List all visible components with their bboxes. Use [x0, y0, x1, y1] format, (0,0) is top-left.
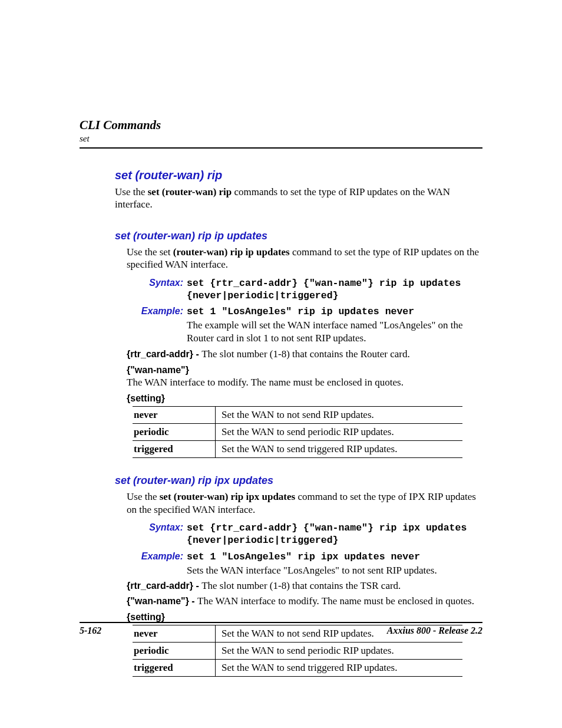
- text-bold: set (router-wan) rip ipx updates: [160, 491, 295, 502]
- section-title-ipx: set (router-wan) rip ipx updates: [115, 475, 482, 487]
- example-row: Example: set 1 "LosAngeles" rip ipx upda…: [127, 551, 482, 577]
- footer-row: 5-162 Axxius 800 - Release 2.2: [80, 625, 482, 636]
- section-body-ipx: Use the set (router-wan) rip ipx updates…: [127, 490, 482, 677]
- table-row: triggered Set the WAN to send triggered …: [133, 660, 462, 677]
- param-wan-name: {"wan-name"} - The WAN interface to modi…: [127, 595, 482, 607]
- param-key: {rtr_card-addr} -: [127, 349, 201, 359]
- param-rtr-card-addr: {rtr_card-addr} - The slot number (1-8) …: [127, 348, 482, 360]
- param-rtr-card-addr: {rtr_card-addr} - The slot number (1-8) …: [127, 580, 482, 592]
- section-body-ip: Use the set (router-wan) rip ip updates …: [127, 246, 482, 458]
- setting-key: periodic: [133, 643, 216, 660]
- table-row: never Set the WAN to not send RIP update…: [133, 406, 462, 423]
- setting-key: never: [133, 406, 216, 423]
- syntax-code: set {rtr_card-addr} {"wan-name"} rip ip …: [187, 277, 482, 302]
- param-key: {rtr_card-addr} -: [127, 581, 201, 591]
- page-header: CLI Commands set: [80, 118, 482, 144]
- example-row: Example: set 1 "LosAngeles" rip ip updat…: [127, 305, 482, 345]
- setting-key: triggered: [133, 660, 216, 677]
- example-code: set 1 "LosAngeles" rip ipx updates never: [187, 551, 482, 563]
- param-key: {"wan-name"} -: [127, 596, 197, 606]
- table-row: periodic Set the WAN to send periodic RI…: [133, 643, 462, 660]
- text: Use the: [115, 186, 148, 197]
- example-body: set 1 "LosAngeles" rip ip updates never …: [187, 305, 482, 345]
- example-body: set 1 "LosAngeles" rip ipx updates never…: [187, 551, 482, 577]
- text-bold: (router-wan) rip ip updates: [173, 246, 290, 258]
- example-note: Sets the WAN interface "LosAngeles" to n…: [187, 564, 482, 577]
- param-wan-name-key: {"wan-name"}: [127, 365, 482, 375]
- param-wan-name-desc: The WAN interface to modify. The name mu…: [127, 377, 482, 388]
- section-intro-ipx: Use the set (router-wan) rip ipx updates…: [127, 490, 482, 516]
- section-intro-ip: Use the set (router-wan) rip ip updates …: [127, 246, 482, 272]
- syntax-label: Syntax:: [127, 277, 187, 288]
- setting-desc: Set the WAN to send triggered RIP update…: [216, 440, 463, 457]
- syntax-row: Syntax: set {rtr_card-addr} {"wan-name"}…: [127, 522, 482, 546]
- param-setting-key: {setting}: [127, 393, 482, 404]
- text-bold: set (router-wan) rip: [148, 186, 232, 197]
- setting-desc: Set the WAN to send periodic RIP updates…: [216, 423, 463, 440]
- table-row: periodic Set the WAN to send periodic RI…: [133, 423, 462, 440]
- setting-desc: Set the WAN to send triggered RIP update…: [216, 660, 463, 677]
- content: set (router-wan) rip Use the set (router…: [115, 169, 482, 677]
- setting-desc: Set the WAN to not send RIP updates.: [216, 406, 463, 423]
- syntax-label: Syntax:: [127, 522, 187, 533]
- text: Use the: [127, 491, 160, 502]
- syntax-code: set {rtr_card-addr} {"wan-name"} rip ipx…: [187, 522, 482, 546]
- param-desc: The slot number (1-8) that contains the …: [201, 580, 401, 591]
- section-title-main: set (router-wan) rip: [115, 169, 482, 182]
- page-footer: 5-162 Axxius 800 - Release 2.2: [80, 622, 482, 636]
- example-label: Example:: [127, 305, 187, 317]
- setting-key: periodic: [133, 423, 216, 440]
- text: Use the set: [127, 246, 173, 258]
- header-rule: [80, 147, 482, 149]
- footer-rule: [80, 622, 482, 623]
- section-title-ip: set (router-wan) rip ip updates: [115, 230, 482, 242]
- setting-desc: Set the WAN to send periodic RIP updates…: [216, 643, 463, 660]
- syntax-row: Syntax: set {rtr_card-addr} {"wan-name"}…: [127, 277, 482, 302]
- page-number: 5-162: [80, 625, 101, 636]
- section-intro-main: Use the set (router-wan) rip commands to…: [115, 186, 482, 211]
- param-desc: The slot number (1-8) that contains the …: [201, 348, 410, 360]
- chapter-sub: set: [80, 134, 482, 144]
- chapter-title: CLI Commands: [80, 118, 482, 133]
- page: CLI Commands set set (router-wan) rip Us…: [0, 0, 562, 728]
- example-label: Example:: [127, 551, 187, 562]
- example-code: set 1 "LosAngeles" rip ip updates never: [187, 305, 482, 318]
- settings-table-ip: never Set the WAN to not send RIP update…: [133, 406, 462, 458]
- product-release: Axxius 800 - Release 2.2: [387, 625, 482, 636]
- param-setting-key: {setting}: [127, 612, 482, 622]
- setting-key: triggered: [133, 440, 216, 457]
- param-desc: The WAN interface to modify. The name mu…: [197, 595, 474, 607]
- example-note: The example will set the WAN interface n…: [187, 319, 482, 345]
- table-row: triggered Set the WAN to send triggered …: [133, 440, 462, 457]
